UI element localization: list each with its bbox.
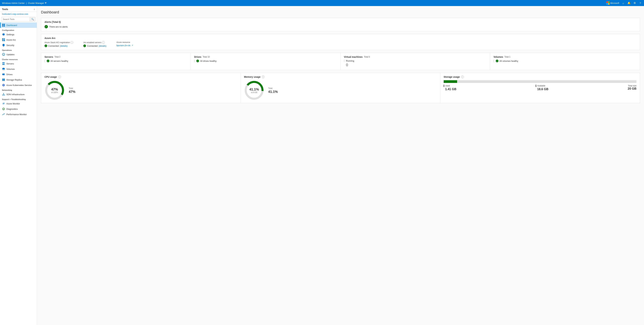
- sidebar-item-label: Volumes: [6, 68, 15, 70]
- arc-azure-resource: Azure resource bpuram-2n-cls ↗: [116, 41, 133, 47]
- svg-rect-0: [2, 24, 3, 25]
- arc-servers-status: ✓ Connected (details): [83, 44, 106, 47]
- svg-rect-6: [4, 38, 5, 40]
- topbar-separator: |: [26, 2, 26, 4]
- sidebar-section-support: Support + Troubleshooting: [0, 97, 37, 101]
- vms-title: Virtual machines Total 0: [344, 56, 487, 58]
- sidebar-section-cluster-resources: Cluster resources: [0, 57, 37, 61]
- sidebar-item-perf-monitor[interactable]: Performance Monitor: [0, 112, 37, 117]
- usage-card: CPU usage i 47% of 100%: [41, 73, 640, 103]
- sidebar-item-azure-arc[interactable]: Azure Arc: [0, 37, 37, 42]
- sidebar-item-label: Azure Arc: [6, 38, 16, 41]
- terminal-icon[interactable]: ⌕: [622, 1, 625, 5]
- sidebar-item-label: Updates: [6, 53, 14, 56]
- sidebar-item-diagnostics[interactable]: Diagnostics: [0, 106, 37, 112]
- svg-rect-3: [4, 25, 5, 26]
- sidebar: Tools ‹ hcicluster1.corp.contoso.com 🔍 D…: [0, 6, 37, 325]
- memory-center-text: 41.1% of 8 GB: [249, 88, 259, 93]
- cluster-manager-dropdown[interactable]: Cluster Manager: [28, 2, 46, 4]
- arc-resource-link[interactable]: bpuram-2n-cls: [116, 44, 130, 47]
- sidebar-section-networking: Networking: [0, 88, 37, 92]
- volumes-count: Total 1: [504, 56, 510, 58]
- sidebar-item-kubernetes[interactable]: Azure Kubernetes Service: [0, 82, 37, 88]
- notifications-icon[interactable]: 🔔: [627, 1, 630, 5]
- cpu-center-text: 47% of 100%: [51, 88, 58, 93]
- sidebar-item-label: Security: [6, 44, 14, 46]
- sidebar-collapse-button[interactable]: ‹: [34, 8, 35, 11]
- sidebar-item-security[interactable]: Security: [0, 42, 37, 48]
- sidebar-item-settings[interactable]: Settings: [0, 32, 37, 37]
- perf-monitor-icon: [2, 113, 5, 116]
- storage-info-icon[interactable]: i: [461, 76, 464, 78]
- memory-sub: of 8 GB: [249, 91, 259, 93]
- arc-registration-check-icon: ✓: [44, 44, 47, 47]
- sidebar-item-azure-monitor[interactable]: Azure Monitor: [0, 101, 37, 106]
- servers-section: Servers Total 2 ✓ All servers healthy: [41, 53, 191, 70]
- ms-logo-blue: [606, 3, 608, 5]
- storage-available-label: Available: [536, 84, 628, 87]
- arc-servers-info-icon[interactable]: i: [102, 41, 105, 44]
- drives-icon: [2, 73, 5, 76]
- drives-title: Drives Total 10: [194, 56, 337, 58]
- cpu-legend: Total 47%: [69, 87, 76, 94]
- svg-rect-2: [2, 25, 3, 26]
- sidebar-item-label: SDN Infrastructure: [6, 93, 24, 96]
- search-input[interactable]: [2, 17, 30, 21]
- sidebar-item-storage-replica[interactable]: Storage Replica: [0, 77, 37, 82]
- storage-total-value: 20 GB: [628, 87, 636, 90]
- topbar-right: Microsoft ⌕ 🔔 ⚙ ?: [606, 1, 642, 5]
- arc-servers-details-link[interactable]: (details): [98, 45, 106, 47]
- security-icon: [2, 44, 5, 47]
- arc-external-link-icon[interactable]: ↗: [132, 44, 133, 46]
- sidebar-server-name: hcicluster1.corp.contoso.com: [0, 12, 37, 16]
- search-button[interactable]: 🔍: [30, 17, 35, 21]
- microsoft-label: Microsoft: [610, 2, 619, 4]
- microsoft-logo: [606, 1, 610, 5]
- storage-bar-fill: [444, 80, 457, 83]
- sidebar-item-volumes[interactable]: Volumes: [0, 66, 37, 72]
- volumes-check-icon: ✓: [496, 60, 498, 62]
- dashboard-icon: [2, 24, 5, 27]
- drives-section: Drives Total 10 ✓ All drives healthy: [191, 53, 340, 70]
- arc-resource-status: bpuram-2n-cls ↗: [116, 44, 133, 47]
- memory-donut-chart: 41.1% of 8 GB: [244, 80, 264, 100]
- arc-registration-status: ✓ Connected (details): [44, 44, 73, 47]
- resource-grid: Servers Total 2 ✓ All servers healthy Dr…: [41, 53, 640, 70]
- svg-rect-16: [2, 78, 3, 81]
- storage-bar-container: Used 1.41 GB Available 18.6 GB Total siz…: [444, 80, 636, 91]
- cpu-info-icon[interactable]: i: [58, 76, 61, 78]
- sidebar-item-label: Performance Monitor: [6, 113, 27, 116]
- storage-available-stat: Available 18.6 GB: [536, 84, 628, 91]
- main-layout: Tools ‹ hcicluster1.corp.contoso.com 🔍 D…: [0, 6, 644, 325]
- sidebar-item-updates[interactable]: Updates: [0, 52, 37, 57]
- alert-ok-message: ✓ There are no alerts: [44, 25, 636, 28]
- svg-point-12: [4, 64, 4, 65]
- help-icon[interactable]: ?: [639, 1, 642, 5]
- servers-check-icon: ✓: [47, 60, 49, 62]
- network-icon: [2, 93, 5, 96]
- settings-icon[interactable]: ⚙: [633, 1, 636, 5]
- sidebar-header: Tools ‹: [0, 6, 37, 12]
- settings-nav-icon: [2, 33, 5, 36]
- sidebar-item-servers[interactable]: Servers: [0, 61, 37, 66]
- alert-message-text: There are no alerts: [49, 26, 68, 28]
- storage-replica-icon: [2, 78, 5, 81]
- arc-registration-info-icon[interactable]: i: [70, 41, 73, 44]
- sidebar-item-sdn[interactable]: SDN Infrastructure: [0, 92, 37, 97]
- resources-card: Servers Total 2 ✓ All servers healthy Dr…: [41, 53, 640, 70]
- memory-legend-value: 41.1%: [268, 90, 278, 94]
- arc-servers-label: Arc-enabled servers i: [83, 41, 106, 44]
- memory-info-icon[interactable]: i: [262, 76, 264, 78]
- vms-count: Total 0: [364, 56, 370, 58]
- cluster-manager-label: Cluster Manager: [28, 2, 44, 4]
- sidebar-item-dashboard[interactable]: Dashboard: [0, 22, 37, 28]
- svg-rect-17: [4, 78, 5, 81]
- arc-registration-details-link[interactable]: (details): [60, 45, 68, 47]
- sidebar-item-label: Diagnostics: [6, 108, 18, 110]
- sidebar-item-label: Storage Replica: [6, 78, 22, 81]
- drives-check-icon: ✓: [196, 60, 199, 62]
- search-bar: 🔍: [1, 17, 36, 22]
- azure-arc-grid: Azure Stack HCI registration i ✓ Connect…: [44, 41, 636, 47]
- content-area: Dashboard Alerts (Total 0) ✓ There are n…: [37, 6, 644, 325]
- sidebar-item-drives[interactable]: Drives: [0, 72, 37, 77]
